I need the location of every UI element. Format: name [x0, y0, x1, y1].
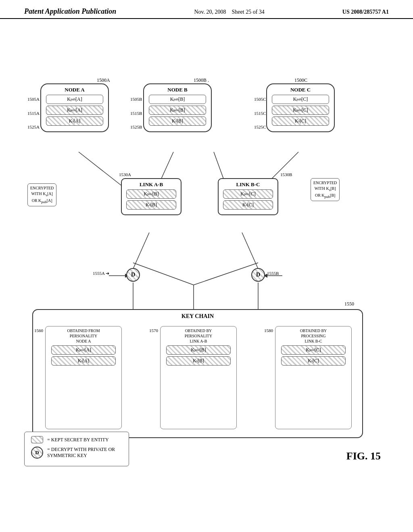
ref-1505a: 1505A — [27, 97, 40, 102]
node-a-kpub: Kpub[A] — [46, 95, 103, 104]
node-b-ks: Ks[B] — [149, 116, 206, 126]
ref-1500a: 1500A — [97, 77, 110, 83]
node-b-card: NODE B Kpub[B] Kpriv[B] Ks[B] — [143, 83, 212, 132]
kc-1560-ks: Ks[A] — [51, 356, 116, 366]
link-bc-kpriv: Kpriv[C] — [223, 189, 273, 199]
legend-d-circle: D — [31, 447, 43, 459]
node-c-ks: Ks[C] — [272, 116, 329, 126]
ref-1505b: 1505B — [130, 97, 142, 102]
link-ab-ks: Ks[B] — [126, 200, 176, 210]
kc-section-1580: 1580 OBTAINED BYPROCESSINGLINK B-C Kpriv… — [275, 326, 352, 429]
encrypted-label-left: ENCRYPTEDWITH Ks[A]OR Kpub[A] — [27, 183, 56, 206]
ref-1555a: 1555A ➜ — [93, 271, 109, 276]
ref-1500c: 1500C — [294, 77, 307, 83]
kc-1560-kpriv: Kpriv[A] — [51, 345, 116, 355]
node-b-title: NODE B — [144, 87, 211, 93]
kc-1570-kpriv: Kpriv[B] — [166, 345, 231, 355]
ref-1525b: 1525B — [130, 125, 142, 129]
ref-1570: 1570 — [149, 328, 158, 333]
kc-1580-kpriv: Kpriv[C] — [281, 345, 346, 355]
legend-box: = KEPT SECRET BY ENTITY D = DECRYPT WITH… — [24, 432, 129, 466]
legend-hatched-text: = KEPT SECRET BY ENTITY — [47, 437, 109, 443]
publication-date-sheet: Nov. 20, 2008 Sheet 25 of 34 — [194, 9, 264, 15]
ref-1515a: 1515A — [27, 111, 40, 116]
patent-number: US 2008/285757 A1 — [342, 9, 389, 15]
ref-1505c: 1505C — [254, 97, 266, 102]
ref-1530a: 1530A — [119, 172, 131, 177]
legend-d-text: = DECRYPT WITH PRIVATE ORSYMMETRIC KEY — [47, 447, 115, 459]
ref-1550: 1550 — [344, 301, 354, 307]
link-ab-title: LINK A-B — [122, 181, 181, 188]
node-a-kpriv: Kpriv[A] — [46, 106, 103, 115]
publication-title: Patent Application Publication — [24, 7, 116, 16]
link-ab-kpriv: Kpriv[B] — [126, 189, 176, 199]
ref-1525a: 1525A — [27, 125, 40, 129]
node-b-kpriv: Kpriv[B] — [149, 106, 206, 115]
node-c-kpriv: Kpriv[C] — [272, 106, 329, 115]
node-c-kpub: Kpub[C] — [272, 95, 329, 104]
link-bc-ks: Ks[C] — [223, 200, 273, 210]
node-a-card: NODE A Kpub[A] Kpriv[A] Ks[A] — [40, 83, 109, 132]
ref-1580: 1580 — [264, 328, 273, 333]
ref-1555b: 1555B — [267, 271, 279, 276]
kc-1570-title: OBTAINED BYPERSONALITYLINK A-B — [162, 328, 235, 344]
ref-1530b: 1530B — [280, 172, 292, 177]
figure-label: FIG. 15 — [346, 450, 381, 462]
svg-line-4 — [133, 233, 149, 269]
ref-1525c: 1525C — [254, 125, 266, 129]
svg-line-12 — [133, 263, 194, 285]
node-a-title: NODE A — [41, 87, 108, 93]
kc-section-1570: 1570 OBTAINED BYPERSONALITYLINK A-B Kpri… — [160, 326, 237, 429]
link-bc-box: LINK B-C Kpriv[C] Ks[C] — [218, 178, 278, 215]
ref-1500b: 1500B . — [194, 77, 209, 83]
kc-1580-ks: Ks[C] — [281, 356, 346, 366]
encrypted-label-right: ENCRYPTEDWITH Ks[B]OR Kpub[B] — [311, 178, 340, 201]
legend-item-hatched: = KEPT SECRET BY ENTITY — [31, 436, 122, 443]
link-bc-title: LINK B-C — [219, 181, 277, 188]
node-a-ks: Ks[A] — [46, 116, 103, 126]
legend-hatched-swatch — [31, 436, 43, 443]
d-circle-left: D — [126, 268, 140, 282]
kc-1570-ks: Ks[B] — [166, 356, 231, 366]
node-c-title: NODE C — [267, 87, 334, 93]
kc-1580-title: OBTAINED BYPROCESSINGLINK B-C — [277, 328, 350, 344]
diagram-area: 1500A 1500B . 1500C NODE A Kpub[A] Kpriv… — [0, 19, 413, 482]
d-circle-right: D — [251, 268, 265, 282]
page-header: Patent Application Publication Nov. 20, … — [0, 0, 413, 19]
ref-1515b: 1515B — [130, 111, 142, 116]
node-b-kpub: Kpub[B] — [149, 95, 206, 104]
svg-line-13 — [194, 263, 258, 285]
link-ab-box: LINK A-B Kpriv[B] Ks[B] — [121, 178, 181, 215]
node-c-card: NODE C Kpub[C] Kpriv[C] Ks[C] — [266, 83, 335, 132]
kc-section-1560: 1560 OBTAINED FROMPERSONALITYNODE A Kpri… — [45, 326, 122, 429]
keychain-title: KEY CHAIN — [33, 313, 362, 320]
svg-line-7 — [242, 233, 258, 269]
ref-1560: 1560 — [34, 328, 43, 333]
legend-item-d: D = DECRYPT WITH PRIVATE ORSYMMETRIC KEY — [31, 447, 122, 459]
keychain-box: KEY CHAIN 1550 1560 OBTAINED FROMPERSONA… — [32, 309, 363, 438]
ref-1515c: 1515C — [254, 111, 266, 116]
kc-1560-title: OBTAINED FROMPERSONALITYNODE A — [47, 328, 120, 344]
